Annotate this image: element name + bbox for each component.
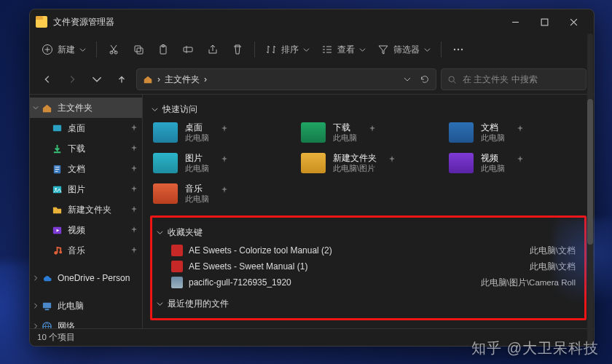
divider — [96, 41, 97, 58]
folder-thumb — [449, 122, 474, 143]
sidebar-item-onedrive[interactable]: OneDrive - Person — [30, 268, 142, 288]
forward-button[interactable] — [62, 69, 82, 90]
svg-point-12 — [449, 76, 454, 82]
favorite-item[interactable]: pacific-gull-7126935_1920 此电脑\图片\Camera … — [157, 274, 580, 290]
svg-point-10 — [458, 49, 459, 50]
view-label: 查看 — [337, 44, 355, 56]
quick-access-item[interactable]: 文档 此电脑 — [446, 119, 586, 146]
sidebar-item[interactable]: 视频 — [30, 220, 142, 240]
chevron-right-icon — [33, 323, 39, 328]
item-path: 此电脑 — [481, 133, 505, 143]
folder-icon — [52, 164, 63, 175]
back-button[interactable] — [37, 69, 58, 90]
sidebar-label: 文档 — [68, 163, 85, 175]
cloud-icon — [42, 273, 52, 284]
item-name: 下载 — [333, 122, 357, 133]
copy-button[interactable] — [128, 39, 149, 60]
favorite-item[interactable]: AE Sweets - Sweet Manual (1) 此电脑\文档 — [157, 258, 580, 274]
sidebar-label: 网络 — [58, 320, 75, 329]
sidebar-item[interactable]: 音乐 — [30, 240, 142, 261]
sidebar-item-network[interactable]: 网络 — [30, 316, 142, 328]
view-button[interactable]: 查看 — [317, 39, 370, 60]
folder-icon — [52, 123, 63, 134]
up-button[interactable] — [111, 69, 132, 90]
section-favorites[interactable]: 收藏夹键 — [157, 223, 580, 241]
content-pane: 快速访问 桌面 此电脑 下载 此电脑 文档 此电脑 图片 此电脑 新建文件夹 此… — [143, 95, 594, 328]
sidebar-item[interactable]: 文档 — [30, 159, 142, 179]
share-button[interactable] — [202, 39, 224, 60]
minimize-button[interactable] — [501, 9, 530, 34]
favorite-item[interactable]: AE Sweets - Colorize tool Manual (2) 此电脑… — [157, 242, 580, 258]
item-path: 此电脑 — [333, 133, 357, 143]
folder-thumb — [153, 153, 178, 173]
pdf-icon — [171, 245, 183, 256]
pin-icon — [517, 156, 524, 163]
item-path: 此电脑 — [185, 164, 209, 173]
refresh-icon[interactable] — [420, 74, 430, 84]
quick-access-item[interactable]: 视频 此电脑 — [446, 150, 586, 176]
maximize-button[interactable] — [530, 9, 559, 34]
quick-access-item[interactable]: 音乐 此电脑 — [150, 181, 291, 207]
sidebar-item-thispc[interactable]: 此电脑 — [30, 296, 142, 316]
folder-thumb — [153, 122, 178, 143]
sidebar-item-home[interactable]: 主文件夹 — [30, 98, 142, 118]
file-location: 此电脑\文档 — [530, 245, 576, 256]
scrollbar-thumb[interactable] — [587, 99, 593, 245]
scrollbar[interactable] — [587, 33, 593, 344]
chevron-down-icon — [157, 301, 163, 307]
filter-label: 筛选器 — [393, 44, 420, 56]
quick-access-item[interactable]: 桌面 此电脑 — [150, 119, 291, 146]
pin-icon — [369, 125, 376, 132]
pc-icon — [42, 301, 52, 312]
network-icon — [42, 321, 52, 329]
pin-icon — [130, 165, 138, 173]
section-recent[interactable]: 最近使用的文件 — [157, 295, 580, 312]
img-icon — [171, 277, 183, 288]
new-button[interactable]: 新建 — [37, 39, 90, 60]
section-quick-access[interactable]: 快速访问 — [152, 100, 586, 118]
new-label: 新建 — [58, 44, 75, 56]
filter-button[interactable]: 筛选器 — [373, 39, 435, 60]
crumb-root[interactable]: 主文件夹 — [165, 74, 200, 86]
sidebar: 主文件夹 桌面 下载 文档 图片 新建文件夹 视频 音乐 OneDrive - … — [30, 95, 143, 328]
quick-access-item[interactable]: 图片 此电脑 — [150, 150, 291, 176]
sidebar-item[interactable]: 桌面 — [30, 118, 142, 138]
svg-point-19 — [59, 250, 62, 253]
home-icon — [143, 74, 153, 84]
sort-button[interactable]: 排序 — [261, 39, 314, 60]
folder-thumb — [449, 153, 474, 173]
more-button[interactable] — [447, 39, 469, 60]
svg-rect-21 — [45, 309, 50, 310]
pin-icon — [130, 145, 138, 152]
chevron-down-icon — [79, 47, 86, 53]
item-name: 新建文件夹 — [333, 153, 377, 164]
recent-locations-button[interactable] — [87, 69, 107, 90]
explorer-window: 文件资源管理器 新建 排序 查看 筛选器 — [29, 9, 595, 347]
cut-button[interactable] — [103, 39, 125, 60]
quick-access-item[interactable]: 新建文件夹 此电脑\图片 — [298, 150, 439, 176]
svg-rect-20 — [43, 302, 51, 308]
folder-icon — [52, 143, 63, 154]
svg-rect-0 — [541, 19, 548, 25]
delete-button[interactable] — [227, 39, 248, 60]
pdf-icon — [171, 261, 183, 272]
chevron-down-icon — [152, 106, 158, 113]
quick-access-grid: 桌面 此电脑 下载 此电脑 文档 此电脑 图片 此电脑 新建文件夹 此电脑\图片… — [150, 119, 586, 207]
address-bar[interactable]: › 主文件夹 › — [136, 68, 436, 90]
sidebar-item[interactable]: 下载 — [30, 138, 142, 159]
close-button[interactable] — [559, 9, 588, 34]
chevron-down-icon[interactable] — [404, 76, 411, 83]
home-icon — [42, 103, 52, 114]
sidebar-item[interactable]: 图片 — [30, 179, 142, 199]
rename-button[interactable] — [177, 39, 199, 60]
crumb-sep: › — [157, 74, 160, 84]
sidebar-label: OneDrive - Person — [58, 273, 130, 283]
sidebar-label: 图片 — [68, 183, 85, 196]
svg-point-22 — [43, 322, 51, 328]
search-box[interactable]: 在 主文件夹 中搜索 — [441, 68, 586, 90]
folder-thumb — [153, 183, 178, 204]
paste-button[interactable] — [152, 39, 174, 60]
sidebar-item[interactable]: 新建文件夹 — [30, 199, 142, 220]
chevron-down-icon — [33, 105, 39, 111]
quick-access-item[interactable]: 下载 此电脑 — [298, 119, 439, 146]
